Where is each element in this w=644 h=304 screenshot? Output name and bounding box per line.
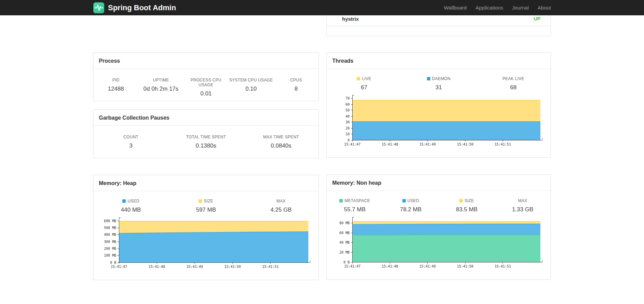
metric-gc-count: COUNT 3	[93, 135, 168, 149]
memory-heap-header: Memory: Heap	[93, 175, 319, 191]
gc-panel: Garbage Collection Pauses COUNT 3 TOTAL …	[93, 109, 319, 158]
left-column: Process PID 12488 UPTIME 0d 0h 2m 17s PR…	[93, 15, 319, 280]
svg-text:15:41:47: 15:41:47	[344, 264, 361, 268]
used-swatch-icon	[402, 199, 406, 202]
svg-text:15:41:48: 15:41:48	[382, 142, 398, 146]
metric-value: 0d 0h 2m 17s	[138, 86, 183, 92]
applications-status-panel: hystrix UP	[326, 15, 551, 36]
svg-text:15:41:50: 15:41:50	[457, 264, 473, 268]
threads-panel: Threads LIVE 67 DAEMON 31	[326, 52, 551, 158]
gc-panel-header: Garbage Collection Pauses	[93, 110, 319, 126]
metric-value: 0.10	[229, 86, 274, 92]
svg-text:0 B: 0 B	[110, 261, 116, 264]
metric-value: 8	[274, 86, 319, 92]
legend-item-max: MAX 1.33 GB	[495, 198, 551, 213]
legend-label: MAX	[518, 198, 527, 203]
size-swatch-icon	[199, 199, 202, 203]
live-swatch-icon	[357, 77, 360, 80]
svg-text:15:41:47: 15:41:47	[111, 265, 127, 269]
nav-item-journal[interactable]: Journal	[512, 5, 529, 11]
svg-text:200 MB: 200 MB	[104, 247, 116, 250]
svg-text:10: 10	[346, 132, 350, 136]
threads-chart: 01020304050607015:41:4715:41:4815:41:491…	[327, 93, 551, 152]
legend-item-daemon: DAEMON 31	[401, 76, 476, 91]
svg-text:60: 60	[346, 103, 350, 106]
main-content: Process PID 12488 UPTIME 0d 0h 2m 17s PR…	[93, 15, 551, 280]
legend-label: PEAK LIVE	[502, 76, 524, 81]
legend-label: DAEMON	[432, 76, 450, 81]
svg-text:15:41:49: 15:41:49	[186, 265, 203, 269]
svg-text:100 MB: 100 MB	[104, 254, 116, 257]
nav-item-wallboard[interactable]: Wallboard	[444, 5, 467, 11]
legend-item-metaspace: METASPACE 55.7 MB	[327, 198, 383, 213]
metric-process-cpu: PROCESS CPU USAGE 0.01	[183, 78, 228, 97]
legend-item-used: USED 78.2 MB	[383, 198, 439, 213]
svg-text:15:41:48: 15:41:48	[149, 265, 165, 269]
svg-text:15:41:50: 15:41:50	[457, 142, 473, 146]
brand[interactable]: Spring Boot Admin	[93, 2, 176, 14]
metric-value: 3	[93, 142, 168, 149]
process-metrics: PID 12488 UPTIME 0d 0h 2m 17s PROCESS CP…	[93, 69, 319, 97]
svg-text:50: 50	[346, 108, 350, 112]
metric-value: 0.0840s	[244, 142, 319, 149]
svg-text:80 MB: 80 MB	[339, 221, 350, 225]
svg-text:0 B: 0 B	[343, 260, 350, 264]
legend-item-peak-live: PEAK LIVE 68	[476, 76, 551, 91]
legend-label: LIVE	[362, 76, 371, 81]
metric-gc-total-time: TOTAL TIME SPENT 0.1380s	[168, 135, 243, 149]
application-status-badge: UP	[534, 16, 540, 21]
svg-text:15:41:49: 15:41:49	[419, 264, 436, 268]
metric-label: SYSTEM CPU USAGE	[229, 78, 274, 82]
spring-boot-admin-logo-icon	[93, 2, 105, 14]
gc-panel-title: Garbage Collection Pauses	[99, 115, 313, 121]
application-name[interactable]: hystrix	[342, 16, 359, 22]
metric-cpus: CPUS 8	[274, 78, 319, 97]
memory-nonheap-chart: 0 B20 MB40 MB60 MB80 MB15:41:4715:41:481…	[327, 215, 551, 274]
svg-text:600 MB: 600 MB	[104, 219, 116, 223]
nav-links: Wallboard Applications Journal About	[444, 5, 551, 11]
svg-text:0: 0	[348, 138, 350, 142]
legend-value: 55.7 MB	[327, 206, 383, 213]
svg-text:30: 30	[346, 120, 350, 124]
legend-label: SIZE	[204, 199, 213, 203]
legend-value: 78.2 MB	[383, 206, 439, 213]
nav-item-about[interactable]: About	[538, 5, 551, 11]
memory-heap-chart: 0 B100 MB200 MB300 MB400 MB500 MB600 MB1…	[93, 215, 319, 274]
svg-text:15:41:51: 15:41:51	[495, 264, 511, 268]
metric-label: PROCESS CPU USAGE	[183, 78, 228, 87]
metric-value: 0.1380s	[168, 142, 243, 149]
legend-value: 1.33 GB	[495, 206, 551, 213]
svg-text:400 MB: 400 MB	[104, 233, 116, 237]
metaspace-swatch-icon	[339, 199, 343, 202]
legend-label: MAX	[276, 199, 286, 203]
process-panel: Process PID 12488 UPTIME 0d 0h 2m 17s PR…	[93, 52, 319, 101]
svg-text:40: 40	[346, 115, 350, 118]
used-swatch-icon	[122, 199, 126, 203]
svg-text:15:41:50: 15:41:50	[225, 265, 241, 269]
svg-text:40 MB: 40 MB	[339, 241, 350, 244]
legend-value: 68	[476, 84, 551, 91]
svg-text:15:41:49: 15:41:49	[419, 142, 436, 146]
size-swatch-icon	[459, 199, 463, 202]
legend-label: METASPACE	[344, 198, 370, 203]
memory-nonheap-title: Memory: Non heap	[332, 180, 545, 186]
legend-item-live: LIVE 67	[327, 76, 401, 91]
memory-heap-title: Memory: Heap	[99, 180, 313, 186]
svg-text:300 MB: 300 MB	[104, 240, 116, 244]
memory-nonheap-header: Memory: Non heap	[327, 175, 551, 191]
nav-item-applications[interactable]: Applications	[476, 5, 503, 11]
svg-text:15:41:48: 15:41:48	[382, 264, 398, 268]
legend-item-used: USED 440 MB	[93, 199, 168, 213]
threads-legend: LIVE 67 DAEMON 31 PEAK LIVE 68	[327, 69, 551, 91]
svg-text:15:41:51: 15:41:51	[262, 265, 279, 269]
metric-value: 0.01	[183, 90, 228, 97]
legend-label: SIZE	[464, 198, 474, 203]
memory-nonheap-legend: METASPACE 55.7 MB USED 78.2 MB SIZE	[327, 191, 551, 213]
svg-text:15:41:47: 15:41:47	[344, 142, 361, 146]
metric-label: MAX TIME SPENT	[244, 135, 319, 139]
navbar: Spring Boot Admin Wallboard Applications…	[0, 0, 644, 15]
daemon-swatch-icon	[427, 77, 430, 80]
metric-value: 12488	[93, 86, 138, 92]
legend-label: USED	[408, 198, 419, 203]
svg-text:500 MB: 500 MB	[104, 226, 116, 230]
